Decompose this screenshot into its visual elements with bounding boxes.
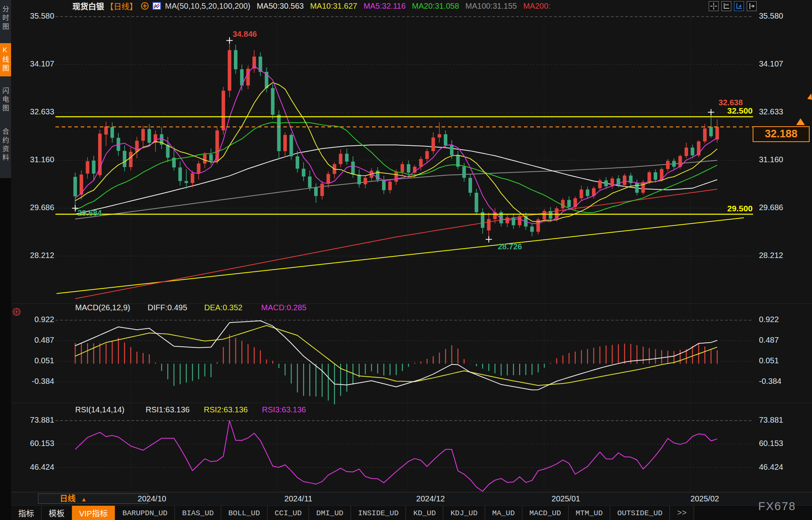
candle-body [703,128,707,141]
crosshair-tool-button[interactable] [709,1,719,11]
indicator-burst-icon[interactable] [12,307,21,317]
toolbar-tab-[interactable]: 模板 [42,506,72,520]
candle-body [129,152,133,167]
candle-body [222,91,225,130]
period-tag: 【日线】 [106,0,137,12]
price-axis-label: 29.686 [30,203,54,212]
candle-body [92,161,95,174]
period-selector[interactable]: 日线 ▲ [38,493,148,504]
toolbar-tab-insideud[interactable]: INSIDE_UD [351,506,406,520]
candle-body [580,190,583,198]
candle-body [339,154,342,164]
candle-body [178,167,182,181]
chart-plot-area[interactable] [11,12,812,492]
toolbar-tab-outsideud[interactable]: OUTSIDE_UD [610,506,670,520]
candle-body [635,183,639,193]
sidebar-item-2[interactable]: 闪电图 [0,84,11,116]
candle-body [345,154,349,162]
price-axis-label: -0.384 [32,377,54,385]
trading-app: 34.84629.68428.72632.63832.50029.500MACD… [0,0,812,520]
toolbar-tab-[interactable]: >> [670,506,694,520]
axis-auto-scale-button[interactable] [734,1,744,11]
toolbar-tab-[interactable]: 指标 [11,506,42,520]
candle-body [326,174,330,184]
ma-legend-value: MA100:31.155 [465,2,517,10]
price-axis-label: 0.487 [759,336,779,344]
price-axis-label: 0.051 [34,356,54,365]
price-axis-label: 34.107 [759,59,783,68]
period-selector-label: 日线 [60,494,76,503]
ma-legend: MA50:30.563MA10:31.627MA5:32.116MA20:31.… [250,2,550,11]
triangle-up-icon: ▲ [81,496,87,503]
date-label: 2024/11 [285,494,313,503]
price-axis-label: 73.881 [759,416,783,424]
overlay-icon[interactable] [140,2,149,10]
candle-body [623,176,626,185]
price-axis-label: 32.633 [30,107,54,116]
toolbar-tab-kdjud[interactable]: KDJ_UD [443,506,485,520]
price-axis-label: 35.580 [759,11,783,20]
candle-body [407,164,410,173]
date-label: 2025/01 [552,494,580,503]
macd-hist-value: MACD:0.285 [261,303,307,312]
candle-body [598,180,602,188]
sidebar-item-1[interactable]: K线图 [0,43,11,76]
toolbar-tab-biasud[interactable]: BIAS_UD [175,506,221,520]
toolbar-tab-vip[interactable]: VIP指标 [72,506,115,520]
date-label: 2024/10 [138,494,166,503]
rsi2-value: RSI2:63.136 [204,405,248,414]
candle-body [395,172,398,182]
candle-body [685,148,688,156]
toolbar-tab-maud[interactable]: MA_UD [485,506,522,520]
ma-legend-value: MA20:31.058 [412,2,459,10]
candle-body [549,211,552,219]
candle-body [469,178,472,193]
toolbar-tab-dmiud[interactable]: DMI_UD [309,506,351,520]
sidebar-item-0[interactable]: 分时图 [0,2,11,35]
candle-body [148,129,151,142]
candle-body [666,161,670,169]
ma-settings-label: MA(50,10,5,20,100,200) [165,2,250,11]
axis-scale-button[interactable] [721,1,731,11]
chart-canvas[interactable]: 34.84629.68428.72632.63832.50029.500MACD… [0,0,812,493]
candle-body [518,216,522,225]
price-axis-label: 73.881 [30,416,54,424]
bottom-toolbar: 指标模板VIP指标BARUPDN_UDBIAS_UDBOLL_UDCCI_UDD… [11,505,812,520]
toolbar-tab-macdud[interactable]: MACD_UD [522,506,569,520]
candle-body [321,184,324,196]
shift-chart-button[interactable] [747,1,757,11]
toolbar-tab-cciud[interactable]: CCI_UD [268,506,309,520]
price-axis-label: 34.107 [30,59,54,68]
chart-type-icon[interactable] [152,2,161,10]
candle-body [715,127,719,140]
date-label: 2025/02 [691,494,719,503]
toolbar-tab-kdud[interactable]: KD_UD [406,506,443,520]
toolbar-tab-mtmud[interactable]: MTM_UD [569,506,610,520]
candle-body [104,127,108,135]
price-axis-label: 35.580 [30,11,54,20]
candle-body [86,161,89,173]
toolbar-tab-barupdnud[interactable]: BARUPDN_UD [115,506,175,520]
price-axis-label: 46.424 [30,463,54,471]
date-label: 2024/12 [416,494,445,503]
toolbar-tab-bollud[interactable]: BOLL_UD [221,506,268,520]
ma-legend-value: MA200: [523,2,550,10]
price-axis-label: 0.487 [34,336,54,344]
price-axis-label: 28.212 [30,251,54,260]
candle-body [555,208,558,218]
sidebar-item-3[interactable]: 合约资料 [0,125,11,166]
ma-legend-value: MA10:31.627 [310,2,357,10]
candle-body [425,151,429,159]
candle-body [475,193,478,212]
candle-body [709,127,713,136]
symbol-title: 现货白银 [72,0,104,12]
candle-body [191,173,194,183]
candle-body [438,134,441,137]
candle-body [290,135,293,156]
candle-body [567,200,571,207]
candle-body [388,182,392,190]
candle-body [450,145,453,155]
support-price-label: 29.500 [727,204,753,213]
candle-body [197,163,201,173]
price-axis-label: 0.922 [759,315,779,324]
